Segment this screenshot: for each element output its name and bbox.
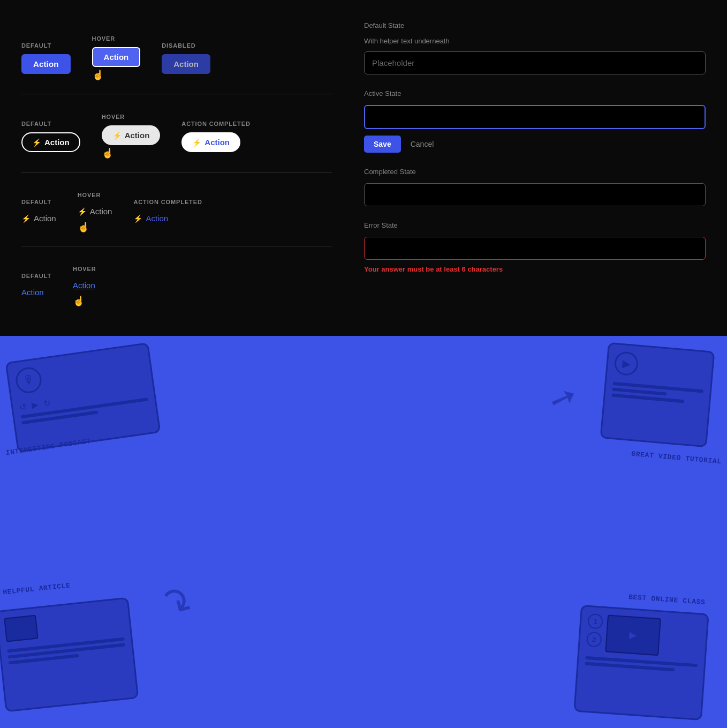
link-hover-button[interactable]: Action bbox=[73, 277, 95, 293]
pill-hover-text: Action bbox=[125, 131, 150, 140]
podcast-icon: 🎙 bbox=[14, 366, 43, 395]
disabled-label: DISABLED bbox=[162, 42, 195, 49]
default-pill-group: DEFAULT ⚡ Action bbox=[21, 121, 80, 152]
text-line-1 bbox=[41, 614, 42, 617]
pill-default-text: Action bbox=[44, 138, 70, 147]
completed-state-label: Completed State bbox=[364, 168, 706, 176]
video-label: GREAT VIDEO TUTORIAL bbox=[631, 450, 722, 466]
link-button-row: DEFAULT Action HOVER Action ☝ bbox=[21, 246, 332, 320]
lightning-icon-ghost-hover: ⚡ bbox=[78, 207, 87, 216]
ghost-hover-button[interactable]: ⚡ Action bbox=[78, 204, 112, 219]
hover-ghost-group: HOVER ⚡ Action ☝ bbox=[78, 192, 112, 233]
class-header: 1 2 ▶ bbox=[586, 613, 661, 656]
default-state-label: Default State bbox=[364, 21, 706, 29]
completed-ghost-label: ACTION COMPLETED bbox=[133, 199, 202, 205]
lightning-icon-ghost-completed: ⚡ bbox=[133, 214, 142, 223]
hover-pill-group: HOVER ⚡ Action ☝ bbox=[102, 114, 161, 159]
pill-default-button[interactable]: ⚡ Action bbox=[21, 132, 80, 152]
active-state-input[interactable] bbox=[364, 105, 706, 129]
video-play-icon: ▶ bbox=[614, 351, 639, 377]
hover-pill-label: HOVER bbox=[102, 114, 125, 120]
disabled-solid-group: DISABLED Action bbox=[162, 42, 210, 74]
number-2: 2 bbox=[586, 632, 602, 648]
ghost-completed-text: Action bbox=[146, 214, 168, 223]
video-line-3 bbox=[611, 394, 684, 403]
default-ghost-group: DEFAULT ⚡ Action bbox=[21, 199, 56, 226]
cursor-icon-2: ☝ bbox=[102, 147, 161, 159]
cancel-button[interactable]: Cancel bbox=[404, 136, 441, 153]
right-panel: Default State With helper text underneat… bbox=[364, 16, 706, 320]
default-link-group: DEFAULT Action bbox=[21, 273, 51, 300]
class-list: 1 2 bbox=[586, 613, 603, 648]
article-card bbox=[0, 597, 139, 712]
default-state-input[interactable] bbox=[364, 51, 706, 74]
article-body-lines bbox=[7, 637, 126, 665]
default-link-label: DEFAULT bbox=[21, 273, 51, 279]
top-section: DEFAULT Action HOVER Action ☝ DISABLED A… bbox=[0, 0, 727, 336]
lightning-icon-ghost: ⚡ bbox=[21, 214, 31, 223]
error-message: Your answer must be at least 6 character… bbox=[364, 265, 706, 273]
solid-hover-button[interactable]: Action bbox=[92, 47, 141, 67]
class-thumbnail: ▶ bbox=[605, 614, 661, 656]
active-state-label: Active State bbox=[364, 89, 706, 97]
fast-forward-icon: ↻ bbox=[43, 398, 51, 409]
article-header bbox=[4, 614, 43, 642]
arrow-podcast-video: ➚ bbox=[545, 376, 583, 420]
solid-default-button[interactable]: Action bbox=[21, 54, 71, 74]
pill-completed-button[interactable]: ⚡ Action bbox=[181, 132, 240, 152]
arrow-article-class: ↷ bbox=[152, 576, 201, 631]
ghost-default-text: Action bbox=[34, 214, 56, 223]
podcast-card: 🎙 ↺ ▶ ↻ bbox=[5, 342, 161, 453]
hover-solid-group: HOVER Action ☝ bbox=[92, 35, 141, 81]
lightning-icon: ⚡ bbox=[32, 138, 41, 147]
cursor-icon-4: ☝ bbox=[73, 295, 95, 307]
pill-hover-button[interactable]: ⚡ Action bbox=[102, 125, 161, 145]
save-cancel-row: Save Cancel bbox=[364, 136, 706, 153]
class-label: BEST ONLINE CLASS bbox=[628, 593, 706, 606]
text-line-2 bbox=[42, 619, 42, 622]
default-helper-text: With helper text underneath bbox=[364, 37, 706, 45]
bottom-section: 🎙 ↺ ▶ ↻ INTERESTING PODCAST ➚ ▶ GREAT VI… bbox=[0, 336, 727, 728]
hover-ghost-label: HOVER bbox=[78, 192, 101, 198]
default-ghost-label: DEFAULT bbox=[21, 199, 51, 205]
article-thumbnail bbox=[4, 615, 38, 642]
completed-pill-label: ACTION COMPLETED bbox=[181, 121, 250, 127]
number-1: 1 bbox=[587, 613, 603, 629]
ghost-hover-text: Action bbox=[90, 207, 112, 216]
default-label: DEFAULT bbox=[21, 42, 51, 49]
hover-link-label: HOVER bbox=[73, 266, 96, 272]
default-solid-group: DEFAULT Action bbox=[21, 42, 71, 74]
ghost-completed-button[interactable]: ⚡ Action bbox=[133, 211, 168, 226]
default-state-group: Default State With helper text underneat… bbox=[364, 21, 706, 74]
ghost-default-button[interactable]: ⚡ Action bbox=[21, 211, 56, 226]
rewind-icon: ↺ bbox=[19, 401, 27, 412]
class-card: 1 2 ▶ bbox=[573, 605, 709, 721]
solid-button-row: DEFAULT Action HOVER Action ☝ DISABLED A… bbox=[21, 16, 332, 94]
cursor-icon-3: ☝ bbox=[78, 221, 112, 233]
hover-label: HOVER bbox=[92, 35, 116, 42]
active-state-group: Active State Save Cancel bbox=[364, 89, 706, 153]
lightning-icon-completed: ⚡ bbox=[192, 138, 201, 147]
video-card: ▶ bbox=[600, 342, 715, 448]
solid-disabled-button: Action bbox=[162, 54, 210, 74]
ghost-button-row: DEFAULT ⚡ Action HOVER ⚡ Action ☝ bbox=[21, 172, 332, 246]
error-state-input[interactable] bbox=[364, 237, 706, 260]
completed-state-input[interactable] bbox=[364, 183, 706, 206]
error-state-label: Error State bbox=[364, 221, 706, 229]
video-lines bbox=[611, 382, 703, 405]
pill-completed-text: Action bbox=[205, 138, 230, 147]
hover-link-group: HOVER Action ☝ bbox=[73, 266, 96, 307]
outline-pill-button-row: DEFAULT ⚡ Action HOVER ⚡ Action ☝ bbox=[21, 94, 332, 172]
left-panel: DEFAULT Action HOVER Action ☝ DISABLED A… bbox=[21, 16, 332, 320]
save-button[interactable]: Save bbox=[364, 136, 401, 153]
article-label: HELPFUL ARTICLE bbox=[3, 581, 71, 596]
default-pill-label: DEFAULT bbox=[21, 121, 51, 127]
link-default-button[interactable]: Action bbox=[21, 284, 44, 300]
completed-state-group: Completed State bbox=[364, 168, 706, 206]
error-state-group: Error State Your answer must be at least… bbox=[364, 221, 706, 273]
lightning-icon-hover: ⚡ bbox=[112, 131, 122, 140]
class-body-lines bbox=[585, 656, 698, 673]
article-text-lines bbox=[41, 614, 42, 622]
completed-pill-group: ACTION COMPLETED ⚡ Action bbox=[181, 121, 250, 152]
cursor-icon: ☝ bbox=[92, 69, 141, 81]
